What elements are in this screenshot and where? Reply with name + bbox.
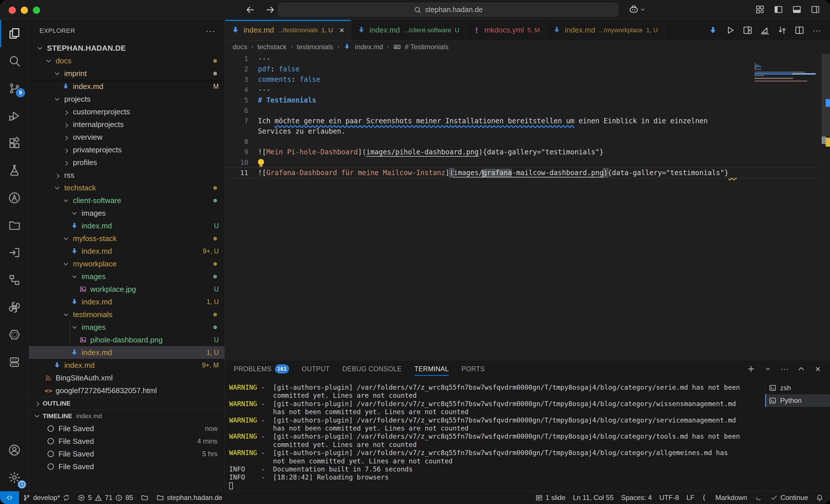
minimize-window-button[interactable] bbox=[21, 7, 28, 14]
search-activity-button[interactable] bbox=[0, 47, 29, 75]
breadcrumb-item[interactable]: # Testimonials bbox=[405, 43, 449, 51]
settings-activity-button[interactable] bbox=[0, 464, 29, 491]
tree-item-images[interactable]: images bbox=[29, 207, 224, 220]
encoding-button[interactable]: UTF-8 bbox=[656, 491, 683, 504]
tree-item-index.md[interactable]: index.md9+, U bbox=[29, 245, 224, 258]
terminal-output[interactable]: WARNING - [git-authors-plugin] /var/fold… bbox=[229, 383, 762, 491]
ansible-activity-button[interactable] bbox=[0, 184, 29, 211]
tree-item-overview[interactable]: overview bbox=[29, 131, 224, 143]
tree-item-index.md[interactable]: index.mdU bbox=[29, 220, 224, 232]
hierarchy-activity-button[interactable] bbox=[0, 266, 29, 294]
source-control-activity-button[interactable]: 9 bbox=[0, 75, 29, 102]
tree-item-index.md[interactable]: index.mdM bbox=[29, 80, 224, 93]
python-activity-button[interactable] bbox=[0, 294, 29, 321]
close-icon[interactable]: × bbox=[339, 25, 344, 35]
copilot-menu-button[interactable] bbox=[628, 4, 644, 15]
command-center-search[interactable]: stephan.hadan.de bbox=[278, 3, 618, 16]
tree-item-index.md[interactable]: index.md9+, M bbox=[29, 359, 224, 372]
close-window-button[interactable] bbox=[9, 7, 16, 14]
hexagon-activity-button[interactable] bbox=[0, 321, 29, 348]
terminal-dropdown-icon[interactable] bbox=[763, 364, 772, 373]
navigate-forward-icon[interactable] bbox=[264, 4, 276, 15]
tree-item-internalprojects[interactable]: internalprojects bbox=[29, 118, 224, 131]
tree-item-pihole-dashboard.png[interactable]: pihole-dashboard.pngU bbox=[29, 334, 224, 346]
tree-item-profiles[interactable]: profiles bbox=[29, 156, 224, 169]
remote-indicator-button[interactable] bbox=[0, 491, 19, 504]
close-panel-icon[interactable]: × bbox=[813, 364, 823, 373]
breadcrumb-item[interactable]: testimonials bbox=[297, 43, 333, 51]
tab-mkdocs.yml[interactable]: !mkdocs.yml5, M bbox=[466, 20, 546, 40]
more-actions-icon[interactable]: ··· bbox=[811, 25, 822, 35]
run-debug-activity-button[interactable] bbox=[0, 102, 29, 129]
tree-item-rss[interactable]: rss bbox=[29, 169, 224, 181]
markdown-download-icon[interactable] bbox=[708, 25, 718, 35]
markdown-preview-icon[interactable] bbox=[760, 25, 770, 35]
terminal-instance-zsh[interactable]: zsh bbox=[765, 381, 830, 394]
indentation-button[interactable]: Spaces: 4 bbox=[617, 491, 656, 504]
files-activity-button[interactable] bbox=[0, 20, 29, 47]
timeline-item[interactable]: File Saved bbox=[29, 460, 224, 473]
testing-activity-button[interactable] bbox=[0, 157, 29, 184]
open-changes-icon[interactable] bbox=[777, 25, 787, 35]
eol-button[interactable]: LF bbox=[683, 491, 698, 504]
extensions-activity-button[interactable] bbox=[0, 129, 29, 157]
split-editor-icon[interactable] bbox=[794, 25, 805, 35]
tree-item-privateprojects[interactable]: privateprojects bbox=[29, 143, 224, 156]
new-terminal-icon[interactable] bbox=[746, 364, 756, 373]
cursor-position-button[interactable]: Ln 11, Col 55 bbox=[569, 491, 617, 504]
tree-item-googlef727264f56832057.html[interactable]: <>googlef727264f56832057.html bbox=[29, 384, 224, 397]
breadcrumb-item[interactable]: docs bbox=[232, 43, 247, 51]
toggle-panel-icon[interactable] bbox=[792, 5, 802, 14]
run-button-icon[interactable] bbox=[725, 25, 735, 35]
panel-tab-debug-console[interactable]: DEBUG CONSOLE bbox=[342, 360, 402, 377]
navigate-back-icon[interactable] bbox=[245, 4, 256, 15]
tree-item-images[interactable]: images bbox=[29, 321, 224, 334]
toggle-sidebar-right-icon[interactable] bbox=[810, 5, 820, 14]
slide-count-button[interactable]: 1 slide bbox=[532, 491, 569, 504]
zoom-window-button[interactable] bbox=[33, 7, 40, 14]
maximize-panel-icon[interactable] bbox=[797, 364, 806, 373]
tab-index.md[interactable]: index.md.../client-softwareU bbox=[351, 20, 466, 40]
tree-item-projects[interactable]: projects bbox=[29, 93, 224, 105]
customize-layout-icon[interactable] bbox=[755, 5, 765, 14]
panel-tab-terminal[interactable]: TERMINAL bbox=[414, 360, 449, 377]
breadcrumb-item[interactable]: index.md bbox=[355, 43, 383, 51]
timeline-section-header[interactable]: TIMELINE index.md bbox=[29, 409, 224, 422]
panel-tab-output[interactable]: OUTPUT bbox=[302, 360, 330, 377]
tree-item-customerprojects[interactable]: customerprojects bbox=[29, 105, 224, 118]
tree-item-myfoss-stack[interactable]: myfoss-stack bbox=[29, 232, 224, 245]
tree-item-index.md[interactable]: index.md1, U bbox=[29, 346, 224, 359]
terminal-instance-python[interactable]: Python bbox=[765, 394, 830, 407]
tree-item-index.md[interactable]: index.md1, U bbox=[29, 296, 224, 308]
folder-activity-button[interactable] bbox=[0, 211, 29, 239]
tree-item-myworkplace[interactable]: myworkplace bbox=[29, 258, 224, 270]
outline-section-header[interactable]: OUTLINE bbox=[29, 397, 224, 409]
tree-item-techstack[interactable]: techstack bbox=[29, 181, 224, 194]
account-activity-button[interactable] bbox=[0, 436, 29, 464]
chat-activity-button[interactable] bbox=[0, 348, 29, 375]
timeline-item[interactable]: File Savednow bbox=[29, 422, 224, 435]
tree-item-bingsiteauth.xml[interactable]: BingSiteAuth.xml bbox=[29, 372, 224, 384]
tree-item-stephan.hadan.de[interactable]: STEPHAN.HADAN.DE bbox=[29, 42, 224, 55]
tree-item-workplace.jpg[interactable]: workplace.jpgU bbox=[29, 283, 224, 296]
problems-button[interactable]: 5 71 85 bbox=[74, 491, 137, 504]
folder-button[interactable] bbox=[137, 491, 153, 504]
git-branch-button[interactable]: develop* bbox=[19, 491, 74, 504]
tab-index.md[interactable]: index.md.../testimonials1, U× bbox=[225, 20, 351, 40]
tab-index.md[interactable]: index.md.../myworkplace1, U bbox=[546, 20, 665, 40]
workspace-button[interactable]: stephan.hadan.de bbox=[153, 491, 226, 504]
tree-item-docs[interactable]: docs bbox=[29, 55, 224, 67]
notifications-button[interactable] bbox=[812, 491, 830, 504]
timeline-item[interactable]: File Saved4 mins bbox=[29, 435, 224, 447]
language-mode-button[interactable]: ( Markdown bbox=[698, 491, 751, 504]
more-actions-icon[interactable]: ··· bbox=[205, 29, 216, 32]
editor-scrollbar[interactable] bbox=[822, 54, 830, 360]
tree-item-testimonials[interactable]: testimonials bbox=[29, 308, 224, 321]
continue-button[interactable]: Continue bbox=[767, 491, 812, 504]
minimap[interactable] bbox=[755, 63, 821, 82]
tree-item-images[interactable]: images bbox=[29, 270, 224, 283]
code-editor[interactable]: 1---2pdf: false3comments: false4---5# Te… bbox=[225, 54, 830, 360]
lightbulb-icon[interactable] bbox=[258, 159, 264, 165]
more-actions-icon[interactable]: ··· bbox=[780, 364, 789, 373]
open-preview-side-icon[interactable] bbox=[742, 25, 753, 35]
